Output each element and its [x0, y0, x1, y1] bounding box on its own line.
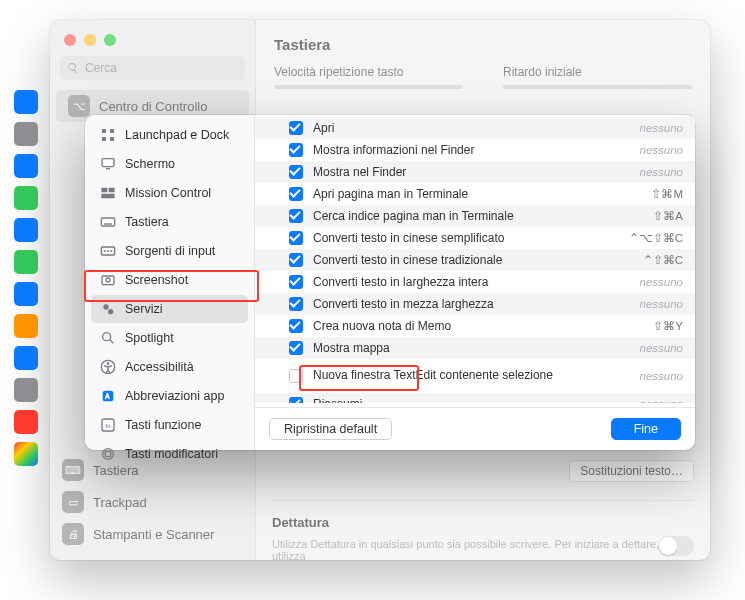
row-checkbox[interactable]: [289, 369, 303, 383]
shortcut-row[interactable]: Mostra nel Finder nessuno: [255, 161, 695, 183]
row-checkbox[interactable]: [289, 275, 303, 289]
shortcuts-category-list: Launchpad e DockSchermoMission ControlTa…: [85, 115, 255, 450]
row-shortcut[interactable]: nessuno: [621, 144, 683, 156]
row-checkbox[interactable]: [289, 187, 303, 201]
category-mission[interactable]: Mission Control: [91, 179, 248, 207]
dictation-toggle[interactable]: [658, 536, 694, 556]
shortcut-row[interactable]: Mostra informazioni nel Finder nessuno: [255, 139, 695, 161]
row-label: Converti testo in mezza larghezza: [313, 297, 621, 311]
shortcut-row[interactable]: Apri pagina man in Terminale ⇧⌘M: [255, 183, 695, 205]
svg-point-14: [110, 250, 112, 252]
row-shortcut[interactable]: nessuno: [621, 122, 683, 134]
row-checkbox[interactable]: [289, 121, 303, 135]
row-label: Cerca indice pagina man in Terminale: [313, 209, 621, 223]
svg-point-19: [103, 333, 111, 341]
row-checkbox[interactable]: [289, 231, 303, 245]
row-checkbox[interactable]: [289, 297, 303, 311]
category-screenshot[interactable]: Screenshot: [91, 266, 248, 294]
bg-icon: [14, 250, 38, 274]
svg-rect-6: [101, 188, 107, 193]
grid-icon: [99, 126, 117, 144]
delay-slider[interactable]: [503, 85, 692, 89]
shortcuts-main: Apri nessuno Mostra informazioni nel Fin…: [255, 115, 695, 450]
shortcut-row[interactable]: Converti testo in larghezza intera nessu…: [255, 271, 695, 293]
row-label: Converti testo in cinese semplificato: [313, 231, 621, 245]
bg-icon: [14, 346, 38, 370]
category-spotlight[interactable]: Spotlight: [91, 324, 248, 352]
row-checkbox[interactable]: [289, 319, 303, 333]
shortcut-row[interactable]: Cerca indice pagina man in Terminale ⇧⌘A: [255, 205, 695, 227]
shortcuts-sheet: Launchpad e DockSchermoMission ControlTa…: [85, 115, 695, 450]
row-label: Nuova finestra TextEdit contenente selez…: [313, 366, 621, 386]
shortcut-rows: Apri nessuno Mostra informazioni nel Fin…: [255, 115, 695, 403]
shortcut-row[interactable]: Riassumi nessuno: [255, 393, 695, 403]
category-fn[interactable]: fnTasti funzione: [91, 411, 248, 439]
fn-icon: fn: [99, 416, 117, 434]
app-icon: [99, 387, 117, 405]
slider-row: Velocità ripetizione tasto Ritardo inizi…: [256, 61, 710, 99]
category-display[interactable]: Schermo: [91, 150, 248, 178]
row-shortcut[interactable]: ⇧⌘Y: [621, 319, 683, 333]
category-accessibility[interactable]: Accessibilità: [91, 353, 248, 381]
services-icon: [99, 300, 117, 318]
category-app[interactable]: Abbreviazioni app: [91, 382, 248, 410]
row-checkbox[interactable]: [289, 209, 303, 223]
row-checkbox[interactable]: [289, 143, 303, 157]
category-input[interactable]: Sorgenti di input: [91, 237, 248, 265]
row-shortcut[interactable]: nessuno: [621, 370, 683, 382]
shortcut-row[interactable]: Converti testo in cinese tradizionale ⌃⇧…: [255, 249, 695, 271]
page-title: Tastiera: [256, 20, 710, 61]
sidebar-item-printers[interactable]: 🖨 Stampanti e Scanner: [50, 518, 255, 550]
row-checkbox[interactable]: [289, 397, 303, 403]
shortcut-row[interactable]: Crea nuova nota di Memo ⇧⌘Y: [255, 315, 695, 337]
category-modifier[interactable]: Tasti modificatori: [91, 440, 248, 468]
spotlight-icon: [99, 329, 117, 347]
row-shortcut[interactable]: nessuno: [621, 166, 683, 178]
category-label: Launchpad e Dock: [125, 128, 229, 142]
slider-label-delay: Ritardo iniziale: [503, 65, 582, 79]
row-shortcut[interactable]: ⌃⌥⇧⌘C: [621, 231, 683, 245]
sidebar-item-trackpad[interactable]: ▭ Trackpad: [50, 486, 255, 518]
row-label: Apri pagina man in Terminale: [313, 187, 621, 201]
row-shortcut[interactable]: nessuno: [621, 342, 683, 354]
svg-rect-10: [104, 223, 112, 224]
category-grid[interactable]: Launchpad e Dock: [91, 121, 248, 149]
text-substitutions-button[interactable]: Sostituzioni testo…: [569, 460, 694, 482]
shortcut-row[interactable]: Converti testo in mezza larghezza nessun…: [255, 293, 695, 315]
svg-rect-15: [102, 276, 114, 285]
zoom-icon[interactable]: [104, 34, 116, 46]
minimize-icon[interactable]: [84, 34, 96, 46]
row-shortcut[interactable]: ⌃⇧⌘C: [621, 253, 683, 267]
close-icon[interactable]: [64, 34, 76, 46]
row-label: Converti testo in cinese tradizionale: [313, 253, 621, 267]
search-icon: [67, 62, 79, 74]
category-label: Tasti funzione: [125, 418, 201, 432]
row-checkbox[interactable]: [289, 341, 303, 355]
bg-icon: [14, 122, 38, 146]
category-label: Abbreviazioni app: [125, 389, 224, 403]
restore-defaults-button[interactable]: Ripristina default: [269, 418, 392, 440]
shortcut-row[interactable]: Converti testo in cinese semplificato ⌃⌥…: [255, 227, 695, 249]
trackpad-icon: ▭: [62, 491, 84, 513]
row-label: Apri: [313, 121, 621, 135]
shortcut-row[interactable]: Nuova finestra TextEdit contenente selez…: [255, 359, 695, 393]
window-controls[interactable]: [50, 20, 255, 56]
row-checkbox[interactable]: [289, 165, 303, 179]
svg-point-21: [107, 362, 110, 365]
repeat-slider[interactable]: [274, 85, 463, 89]
category-services[interactable]: Servizi: [91, 295, 248, 323]
category-keyboard[interactable]: Tastiera: [91, 208, 248, 236]
row-checkbox[interactable]: [289, 253, 303, 267]
done-button[interactable]: Fine: [611, 418, 681, 440]
row-shortcut[interactable]: ⇧⌘M: [621, 187, 683, 201]
slider-label-repeat: Velocità ripetizione tasto: [274, 65, 403, 79]
svg-rect-9: [101, 218, 114, 226]
search-input[interactable]: Cerca: [60, 56, 245, 80]
row-shortcut[interactable]: ⇧⌘A: [621, 209, 683, 223]
row-shortcut[interactable]: nessuno: [621, 276, 683, 288]
row-shortcut[interactable]: nessuno: [621, 298, 683, 310]
sidebar-item-label: Centro di Controllo: [99, 99, 207, 114]
row-shortcut[interactable]: nessuno: [621, 398, 683, 403]
shortcut-row[interactable]: Mostra mappa nessuno: [255, 337, 695, 359]
shortcut-row[interactable]: Apri nessuno: [255, 117, 695, 139]
